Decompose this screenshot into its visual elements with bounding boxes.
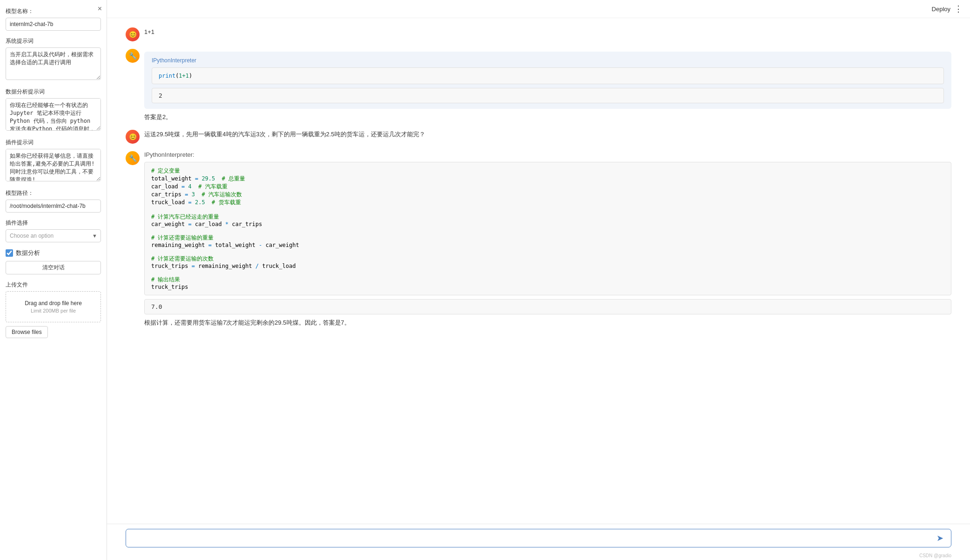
plugin-select-wrapper: Choose an option ▼: [6, 229, 101, 242]
system-prompt-textarea[interactable]: 当开启工具以及代码时，根据需求选择合适的工具进行调用: [6, 47, 101, 80]
interpreter-label: IPythonInterpreter:: [144, 151, 951, 158]
message-row: 😊 运送29.5吨煤，先用一辆载重4吨的汽车运3次，剩下的用一辆载重为2.5吨的…: [126, 130, 951, 144]
message-content: IPythonInterpreter print(1+1) 2 答案是2。: [144, 49, 951, 122]
model-path-input[interactable]: [6, 200, 101, 213]
sidebar: × 模型名称： 系统提示词 当开启工具以及代码时，根据需求选择合适的工具进行调用…: [0, 0, 107, 560]
data-analysis-prompt-label: 数据分析提示词: [6, 88, 101, 96]
clear-dialog-button[interactable]: 清空对话: [6, 261, 101, 274]
deploy-button[interactable]: Deploy: [932, 6, 950, 13]
model-name-label: 模型名称：: [6, 7, 101, 15]
system-prompt-section: 系统提示词 当开启工具以及代码时，根据需求选择合适的工具进行调用: [6, 37, 101, 81]
plugin-prompt-textarea[interactable]: 如果你已经获得足够信息，请直接给出答案,避免不必要的工具调用! 同时注意你可以使…: [6, 149, 101, 181]
data-analysis-prompt-textarea[interactable]: 你现在已经能够在一个有状态的Jupyter 笔记本环境中运行 Python 代码…: [6, 98, 101, 131]
model-path-section: 模型路径：: [6, 189, 101, 213]
avatar: 🔧: [126, 49, 140, 63]
input-bar: ➤: [107, 524, 970, 552]
main-panel: Deploy ⋮ 😊 1+1 🔧 IPythonInterpreter prin…: [107, 0, 970, 560]
message-content: 运送29.5吨煤，先用一辆载重4吨的汽车运3次，剩下的用一辆载重为2.5吨的货车…: [144, 130, 951, 140]
data-analysis-prompt-section: 数据分析提示词 你现在已经能够在一个有状态的Jupyter 笔记本环境中运行 P…: [6, 88, 101, 132]
answer-text: 答案是2。: [144, 113, 951, 122]
upload-file-label: 上传文件: [6, 281, 101, 289]
code-result: 2: [152, 88, 944, 103]
message-row: 🔧 IPythonInterpreter: # 定义变量 total_weigh…: [126, 151, 951, 328]
code-block: print(1+1): [152, 67, 944, 84]
data-analysis-checkbox-row: 数据分析: [6, 249, 101, 257]
chat-input[interactable]: [132, 535, 935, 542]
send-button[interactable]: ➤: [935, 533, 945, 543]
browse-files-button[interactable]: Browse files: [6, 326, 48, 338]
plugin-select-section: 插件选择 Choose an option ▼: [6, 219, 101, 242]
plugin-prompt-section: 插件提示词 如果你已经获得足够信息，请直接给出答案,避免不必要的工具调用! 同时…: [6, 139, 101, 183]
avatar: 😊: [126, 27, 140, 41]
file-limit-text: Limit 200MB per file: [11, 308, 96, 313]
message-row: 🔧 IPythonInterpreter print(1+1) 2 答案是2。: [126, 49, 951, 122]
tool-block: IPythonInterpreter print(1+1) 2: [144, 52, 951, 109]
input-wrapper: ➤: [126, 529, 951, 547]
plugin-select[interactable]: Choose an option: [6, 229, 101, 242]
avatar: 😊: [126, 130, 140, 144]
data-analysis-checkbox-label[interactable]: 数据分析: [16, 249, 40, 257]
plugin-prompt-label: 插件提示词: [6, 139, 101, 147]
close-button[interactable]: ×: [98, 5, 102, 13]
chat-area: 😊 1+1 🔧 IPythonInterpreter print(1+1) 2 …: [107, 18, 970, 524]
model-name-section: 模型名称：: [6, 7, 101, 31]
message-content: IPythonInterpreter: # 定义变量 total_weight …: [144, 151, 951, 328]
message-row: 😊 1+1: [126, 27, 951, 41]
data-analysis-checkbox[interactable]: [6, 249, 13, 257]
model-path-label: 模型路径：: [6, 189, 101, 197]
system-prompt-label: 系统提示词: [6, 37, 101, 45]
code-block-2: # 定义变量 total_weight = 29.5 # 总重量 car_loa…: [144, 162, 951, 295]
model-name-input[interactable]: [6, 18, 101, 31]
upload-dropzone[interactable]: Drag and drop file here Limit 200MB per …: [6, 291, 101, 322]
plugin-select-label: 插件选择: [6, 219, 101, 227]
message-text: 1+1: [144, 27, 951, 37]
message-content: 1+1: [144, 27, 951, 37]
message-text: 运送29.5吨煤，先用一辆载重4吨的汽车运3次，剩下的用一辆载重为2.5吨的货车…: [144, 130, 951, 140]
watermark: CSDN @gradio: [107, 552, 970, 560]
topbar: Deploy ⋮: [107, 0, 970, 18]
upload-file-section: 上传文件 Drag and drop file here Limit 200MB…: [6, 281, 101, 338]
code-result-2: 7.0: [144, 299, 951, 314]
drag-drop-text: Drag and drop file here: [11, 300, 96, 307]
tool-title: IPythonInterpreter: [152, 57, 944, 64]
answer-text-2: 根据计算，还需要用货车运输7次才能运完剩余的29.5吨煤。因此，答案是7。: [144, 318, 951, 328]
avatar: 🔧: [126, 151, 140, 165]
more-options-button[interactable]: ⋮: [954, 4, 963, 14]
